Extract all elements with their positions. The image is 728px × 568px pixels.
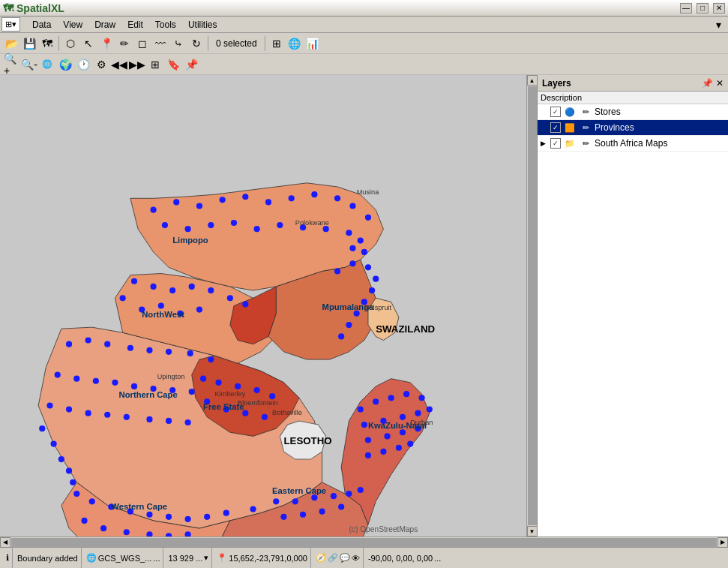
map-container[interactable]: Limpopo NorthWest Mpumalanga Northern Ca… [0,75,537,536]
menu-draw[interactable]: Draw [88,18,121,32]
zoom-in-button[interactable]: 🔍+ [3,56,19,73]
export-button[interactable]: 📊 [304,35,321,52]
coord-icon: 📍 [217,553,227,563]
svg-point-59 [189,389,195,395]
zoom-full-button[interactable]: 🌐 [39,56,55,73]
grid-button[interactable]: ⊞ [147,56,163,73]
settings-button[interactable]: ⚙ [93,56,109,73]
upington-label: Upington [157,373,185,380]
globe2-button[interactable]: 🌍 [57,56,73,73]
svg-point-39 [120,295,126,301]
view-dropdown[interactable]: ⊞▾ [1,17,20,32]
svg-point-10 [365,215,371,221]
pin-icon[interactable]: 📌 [702,78,713,89]
pin-button[interactable]: 📍 [98,35,115,52]
layers-header: Layers 📌 ✕ [538,75,728,92]
open-button[interactable]: 📂 [3,35,19,52]
svg-point-115 [100,525,106,531]
maximize-button[interactable]: □ [697,3,709,14]
pin2-button[interactable]: 📌 [183,56,199,73]
draw-freehand-button[interactable]: 〰 [152,35,169,52]
lesotho-label: LESOTHO [283,435,331,446]
zoom-more[interactable]: ... [434,554,441,563]
layer-check-stores[interactable]: ✓ [550,107,561,117]
status-crs[interactable]: 🌐 GCS_WGS_... ... [83,548,164,568]
menu-expand-button[interactable]: ▾ [710,17,727,33]
svg-point-7 [311,191,317,197]
vertical-scrollbar[interactable]: ▲ ▼ [526,75,537,536]
nelspruit-label: Nelspruit [364,304,392,311]
layer-check-sa-maps[interactable]: ✓ [550,138,561,149]
menu-view[interactable]: View [57,18,88,32]
window-controls: — □ ✕ [680,3,725,14]
copyright-label: (c) OpenStreetMaps [349,525,418,533]
draw-line-button[interactable]: ✏ [116,35,133,52]
svg-point-110 [166,514,172,520]
select-button[interactable]: ⬡ [62,35,79,52]
svg-point-50 [187,350,193,356]
close-layers-button[interactable]: ✕ [716,78,724,89]
minimize-button[interactable]: — [680,3,692,14]
svg-point-5 [265,199,271,205]
menu-data[interactable]: Data [26,18,57,32]
back-button[interactable]: ◀◀ [111,56,127,73]
crs-more[interactable]: ... [153,554,160,563]
expand-arrow-sa-maps[interactable]: ▶ [541,140,548,147]
svg-point-112 [204,514,210,520]
menu-tools[interactable]: Tools [149,18,182,32]
bookmark-button[interactable]: 🔖 [165,56,181,73]
globe-button[interactable]: 🌐 [286,35,303,52]
scroll-thumb-h[interactable] [11,538,717,547]
svg-point-78 [373,398,379,404]
layer-check-provinces[interactable]: ✓ [550,122,561,133]
layer-item-stores[interactable]: ✓ 🔵 ✏ Stores [538,104,728,120]
svg-point-114 [81,518,87,524]
add-layer-button[interactable]: 🗺 [39,35,55,52]
svg-point-44 [66,341,72,347]
table-button[interactable]: ⊞ [268,35,285,52]
svg-point-14 [231,220,237,226]
scroll-right-arrow[interactable]: ▶ [718,537,728,548]
musina-label: Musina [357,188,380,196]
time-button[interactable]: 🕐 [75,56,91,73]
svg-point-35 [189,284,195,290]
scale-dropdown[interactable]: ▾ [204,553,208,563]
select-point-button[interactable]: ↖ [80,35,97,52]
link-icon: 🔗 [328,553,338,563]
svg-point-103 [319,509,325,515]
svg-point-16 [277,222,283,228]
northerncape-label: Northern Cape [119,390,178,399]
save-button[interactable]: 💾 [21,35,37,52]
westerncape-label: Western Cape [111,502,167,511]
forward-button[interactable]: ▶▶ [129,56,145,73]
scroll-thumb-v[interactable] [528,86,537,525]
svg-point-113 [223,510,229,516]
expand-arrow-provinces [541,124,548,131]
scroll-left-arrow[interactable]: ◀ [0,537,10,548]
layer-item-sa-maps[interactable]: ▶ ✓ 📁 ✏ South Africa Maps [538,136,728,152]
layers-panel: Layers 📌 ✕ Description ✓ 🔵 ✏ Stores ✓ 🟧 … [537,75,728,536]
northwest-label: NorthWest [142,310,184,319]
draw-polygon-button[interactable]: ◻ [134,35,151,52]
menu-edit[interactable]: Edit [121,18,149,32]
zoom-out-button[interactable]: 🔍- [21,56,37,73]
horizontal-scrollbar[interactable]: ◀ ▶ [0,536,728,547]
map-svg: Limpopo NorthWest Mpumalanga Northern Ca… [0,75,537,536]
svg-point-25 [365,264,371,270]
svg-point-38 [242,301,248,307]
svg-point-41 [158,302,164,308]
rotate-button[interactable]: ↻ [188,35,205,52]
svg-point-92 [380,449,386,455]
close-button[interactable]: ✕ [713,3,725,14]
layer-edit-icon-provinces: ✏ [579,122,592,133]
scroll-up-arrow[interactable]: ▲ [527,75,538,86]
durban-label: Durban [410,419,433,426]
selected-count: 0 selected [211,38,262,49]
svg-point-89 [400,429,406,435]
layer-item-provinces[interactable]: ✓ 🟧 ✏ Provinces [538,120,728,136]
svg-point-61 [66,406,72,412]
scroll-down-arrow[interactable]: ▼ [527,526,538,536]
status-scale[interactable]: 13 929 ... ▾ [165,548,212,568]
lasso-button[interactable]: ⤷ [170,35,187,52]
menu-utilities[interactable]: Utilities [182,18,223,32]
